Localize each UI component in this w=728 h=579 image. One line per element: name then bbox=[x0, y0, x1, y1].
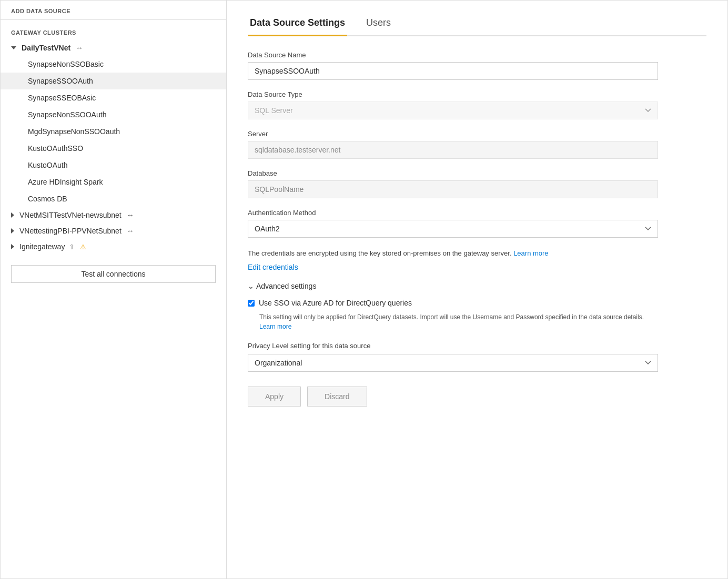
database-label: Database bbox=[248, 169, 658, 177]
action-buttons: Apply Discard bbox=[248, 387, 658, 407]
sidebar: ADD DATA SOURCE GATEWAY CLUSTERS DailyTe… bbox=[1, 1, 227, 578]
cluster-dailytestvnet-header[interactable]: DailyTestVNet ↔ bbox=[1, 40, 226, 56]
datasource-synapse-ssob-asic[interactable]: SynapseSSEOBAsic bbox=[1, 89, 226, 106]
credentials-group: The credentials are encrypted using the … bbox=[248, 248, 658, 271]
auth-method-select[interactable]: OAuth2 Basic Windows Anonymous bbox=[248, 220, 658, 238]
datasource-type-select[interactable]: SQL Server bbox=[248, 101, 658, 119]
cluster-dailytestvnet-name: DailyTestVNet bbox=[22, 44, 70, 52]
cluster-ignitegateway-name: Ignitegateway bbox=[19, 242, 65, 251]
datasource-name-input[interactable] bbox=[248, 62, 658, 80]
datasource-settings-form: Data Source Name Data Source Type SQL Se… bbox=[248, 51, 658, 407]
datasource-synapse-ssoo-auth[interactable]: SynapseSSOOAuth bbox=[1, 73, 226, 89]
apply-button[interactable]: Apply bbox=[248, 387, 301, 407]
chevron-down-icon bbox=[11, 46, 16, 49]
advanced-settings-toggle[interactable]: ⌄ Advanced settings bbox=[248, 282, 658, 290]
datasource-synapse-non-sso-basic[interactable]: SynapseNonSSOBasic bbox=[1, 56, 226, 73]
auth-method-group: Authentication Method OAuth2 Basic Windo… bbox=[248, 209, 658, 238]
datasource-cosmos-db[interactable]: Cosmos DB bbox=[1, 190, 226, 207]
privacy-level-select[interactable]: Organizational Private Public None bbox=[248, 354, 658, 372]
database-group: Database bbox=[248, 169, 658, 198]
sso-checkbox-desc: This setting will only be applied for Di… bbox=[259, 312, 658, 331]
privacy-level-group: Privacy Level setting for this data sour… bbox=[248, 342, 658, 372]
auth-method-label: Authentication Method bbox=[248, 209, 658, 217]
main-content: Data Source Settings Users Data Source N… bbox=[227, 1, 727, 578]
sso-learn-more-link[interactable]: Learn more bbox=[259, 323, 291, 330]
server-input bbox=[248, 141, 658, 159]
credentials-text: The credentials are encrypted using the … bbox=[248, 248, 658, 259]
datasource-type-label: Data Source Type bbox=[248, 90, 658, 98]
sso-checkbox-label[interactable]: Use SSO via Azure AD for DirectQuery que… bbox=[259, 299, 412, 307]
datasource-kusto-oauth[interactable]: KustoOAuth bbox=[1, 157, 226, 174]
datasource-kusto-oauth-sso[interactable]: KustoOAuthSSO bbox=[1, 140, 226, 157]
tab-users[interactable]: Users bbox=[364, 13, 393, 36]
learn-more-credentials-link[interactable]: Learn more bbox=[513, 249, 548, 257]
cluster-dailytestvnet: DailyTestVNet ↔ SynapseNonSSOBasic Synap… bbox=[1, 40, 226, 207]
chevron-right-icon-3 bbox=[11, 244, 14, 249]
datasource-mgd-synapse[interactable]: MgdSynapseNonSSOOauth bbox=[1, 123, 226, 140]
sso-checkbox[interactable] bbox=[248, 300, 255, 307]
test-all-connections-button[interactable]: Test all connections bbox=[11, 265, 216, 283]
chevron-down-advanced-icon: ⌄ bbox=[248, 282, 254, 290]
cluster-vnettesting-header[interactable]: VNettestingPBI-PPVNetSubnet ↔ bbox=[1, 223, 226, 239]
cluster-vnetmsit-name: VNetMSITTestVNet-newsubnet bbox=[19, 211, 122, 219]
server-label: Server bbox=[248, 130, 658, 138]
sync-icon-vnettesting: ↔ bbox=[127, 227, 134, 235]
advanced-settings-label: Advanced settings bbox=[256, 282, 316, 290]
datasource-synapse-non-ssoo-auth[interactable]: SynapseNonSSOOAuth bbox=[1, 106, 226, 123]
chevron-right-icon bbox=[11, 212, 14, 218]
cluster-vnetmsit-header[interactable]: VNetMSITTestVNet-newsubnet ↔ bbox=[1, 207, 226, 223]
cluster-ignitegateway-header[interactable]: Ignitegateway ⇧ ⚠ bbox=[1, 239, 226, 255]
datasource-name-label: Data Source Name bbox=[248, 51, 658, 59]
privacy-label: Privacy Level setting for this data sour… bbox=[248, 342, 658, 350]
tabs: Data Source Settings Users bbox=[248, 13, 706, 36]
datasource-azure-hdinsight[interactable]: Azure HDInsight Spark bbox=[1, 174, 226, 190]
sync-icon: ↔ bbox=[76, 44, 83, 52]
gateway-clusters-label: GATEWAY CLUSTERS bbox=[1, 20, 226, 40]
datasource-type-group: Data Source Type SQL Server bbox=[248, 90, 658, 119]
sso-checkbox-row: Use SSO via Azure AD for DirectQuery que… bbox=[248, 299, 658, 307]
chevron-right-icon-2 bbox=[11, 228, 14, 233]
database-input bbox=[248, 180, 658, 198]
cluster-vnettesting-name: VNettestingPBI-PPVNetSubnet bbox=[19, 227, 122, 235]
sidebar-top-label: ADD DATA SOURCE bbox=[1, 1, 226, 20]
upload-icon: ⇧ bbox=[69, 243, 75, 251]
sync-icon-vnetmsit: ↔ bbox=[127, 211, 134, 219]
warning-icon: ⚠ bbox=[80, 243, 86, 251]
edit-credentials-link[interactable]: Edit credentials bbox=[248, 263, 658, 271]
server-group: Server bbox=[248, 130, 658, 159]
datasource-name-group: Data Source Name bbox=[248, 51, 658, 80]
discard-button[interactable]: Discard bbox=[307, 387, 367, 407]
tab-datasource-settings[interactable]: Data Source Settings bbox=[248, 13, 347, 36]
